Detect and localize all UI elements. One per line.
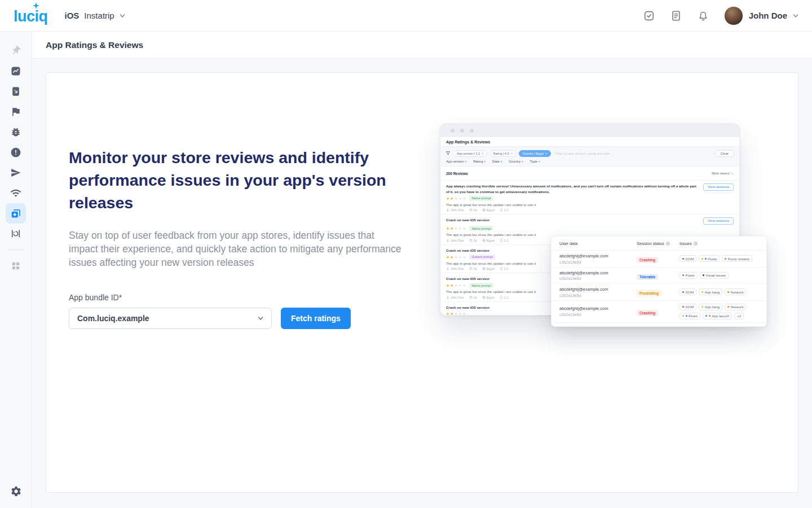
person-icon bbox=[446, 296, 449, 299]
issue-chip: App hang bbox=[699, 304, 722, 310]
meta-version: 1.1 bbox=[500, 296, 509, 299]
sidebar-divider bbox=[7, 249, 24, 250]
meta-country: Egypt bbox=[482, 239, 495, 242]
user-data-cell: abcdefghij@example.comc3b2a19e8d bbox=[559, 306, 637, 317]
phone-icon bbox=[500, 239, 503, 242]
sidebar-item-session-replay[interactable] bbox=[6, 224, 26, 244]
fetch-ratings-button[interactable]: Fetch ratings bbox=[281, 308, 351, 329]
issue-dot-icon bbox=[686, 315, 687, 317]
sidebar-item-push-messages[interactable] bbox=[6, 163, 26, 183]
phone-icon bbox=[500, 208, 503, 212]
chevron-down-icon bbox=[120, 13, 125, 19]
prompt-badge: Custom prompt bbox=[469, 255, 495, 260]
review-item: App always crashing Horrible service! Un… bbox=[440, 181, 739, 214]
sidebar-item-app-performance[interactable] bbox=[6, 183, 26, 203]
star-rating: ★★★★★ bbox=[446, 196, 466, 200]
issue-chip: Flows bbox=[679, 313, 700, 319]
sidebar-item-pinned[interactable] bbox=[6, 41, 26, 61]
info-icon: i bbox=[694, 242, 698, 246]
issue-chip: Network bbox=[725, 304, 746, 310]
sidebar-item-analytics[interactable] bbox=[6, 61, 26, 81]
tasks-button[interactable] bbox=[643, 10, 655, 22]
star-rating: ★★★★★ bbox=[446, 226, 466, 230]
bundle-form: Com.luciq.example Fetch ratings bbox=[69, 308, 414, 329]
table-header-row: User dataSession statusiIssuesi bbox=[551, 237, 766, 251]
issue-dot-icon bbox=[709, 315, 710, 317]
reviews-count: 200 Reviews bbox=[446, 172, 468, 176]
view-sessions-button: View sessions bbox=[703, 217, 734, 225]
session-status-cell: Satisfying bbox=[637, 326, 679, 327]
content-card: Monitor your store reviews and identify … bbox=[46, 72, 798, 493]
session-status-cell: Crashing bbox=[637, 306, 679, 317]
issue-chip: OOM bbox=[679, 304, 696, 310]
sidebar-item-settings[interactable] bbox=[6, 481, 26, 501]
sidebar-item-feature-flags[interactable] bbox=[6, 102, 26, 122]
globe-icon bbox=[482, 267, 486, 270]
mockup-filterbar: App version | 1.1×Rating | 4.0×Country |… bbox=[440, 147, 739, 167]
review-body: The app is great but since the update i … bbox=[446, 203, 734, 207]
issue-dot-icon bbox=[705, 315, 707, 317]
meta-age: 2d bbox=[469, 296, 477, 299]
table-row: abcdefghijabcdefghijabcdefghijabc...Sati… bbox=[551, 323, 766, 327]
gear-icon bbox=[10, 485, 22, 497]
changelog-button[interactable] bbox=[670, 10, 682, 22]
sidebar-item-crash-reports[interactable] bbox=[6, 142, 26, 163]
notifications-icon bbox=[697, 10, 709, 22]
user-menu[interactable]: John Doe bbox=[724, 6, 798, 25]
issue-dot-icon bbox=[682, 306, 684, 308]
sidebar-item-feedback[interactable] bbox=[6, 81, 26, 102]
issue-chip: Network bbox=[725, 288, 746, 295]
issue-dot-icon bbox=[682, 274, 684, 276]
meta-country: Egypt bbox=[482, 296, 495, 299]
table-row: abcdefghij@example.comc3b2a19e8dFrustrat… bbox=[551, 284, 766, 301]
luciq-logo[interactable]: luciq bbox=[14, 7, 48, 24]
globe-icon bbox=[482, 296, 486, 299]
bundle-id-select[interactable]: Com.luciq.example bbox=[69, 308, 272, 329]
issue-dot-icon bbox=[701, 258, 703, 260]
session-status-cell: Frustrating bbox=[637, 287, 679, 297]
filter-chip: Country | Egypt× bbox=[519, 150, 550, 157]
issues-cell: OOMApp hangNetwork bbox=[679, 288, 758, 295]
issue-dot-icon bbox=[701, 306, 703, 308]
chevron-down-icon: ▾ bbox=[501, 160, 502, 163]
issue-chip: App launch bbox=[703, 313, 732, 319]
column-header: Issuesi bbox=[679, 241, 758, 246]
page-title: App Ratings & Reviews bbox=[46, 40, 143, 50]
meta-age: 2d bbox=[469, 267, 477, 270]
issues-cell: OOMFlowsForce restarts bbox=[679, 255, 758, 262]
sidebar-item-bug-reports[interactable] bbox=[6, 122, 26, 142]
page-header: App Ratings & Reviews bbox=[32, 32, 812, 59]
view-sessions-button: View sessions bbox=[703, 183, 734, 191]
hero-section: Monitor your store reviews and identify … bbox=[69, 146, 414, 329]
content-area: App Ratings & Reviews Monitor your store… bbox=[32, 32, 812, 508]
sidebar-item-app-ratings[interactable] bbox=[6, 203, 26, 224]
app-switcher[interactable]: iOS Instatrip bbox=[65, 11, 125, 20]
star-rating: ★★★★★ bbox=[446, 312, 466, 315]
platform-label: iOS bbox=[65, 11, 80, 20]
chevron-down-icon: ▾ bbox=[465, 160, 467, 163]
review-meta: John Doe2dEgypt1.1 bbox=[446, 208, 734, 212]
meta-version: 1.1 bbox=[500, 239, 509, 242]
table-row: abcdefghij@example.comc3b2a19e8dCrashing… bbox=[551, 301, 766, 323]
top-navigation: luciq iOS Instatrip John Doe bbox=[0, 0, 812, 32]
user-data-cell: abcdefghij@example.comc3b2a19e8d bbox=[559, 287, 637, 297]
status-badge: Crashing bbox=[637, 257, 658, 263]
issues-cell: FlowsVisual issues bbox=[679, 272, 758, 279]
calendar-icon bbox=[469, 296, 473, 299]
chevron-down-icon: ▾ bbox=[484, 160, 486, 163]
filter-chip: App version | 1.1× bbox=[453, 150, 487, 157]
status-badge: Frustrating bbox=[637, 290, 661, 296]
app-name-label: Instatrip bbox=[84, 11, 114, 20]
sidebar-item-more-apps[interactable] bbox=[6, 256, 26, 276]
phone-icon bbox=[500, 267, 503, 270]
notifications-button[interactable] bbox=[697, 10, 709, 22]
app-root: luciq iOS Instatrip John Doe bbox=[0, 0, 812, 508]
meta-user: John Doe bbox=[446, 208, 464, 212]
table-row: abcdefghij@example.comc3b2a19e8dCrashing… bbox=[551, 251, 766, 268]
send-icon bbox=[10, 167, 21, 178]
column-header: User data bbox=[559, 241, 637, 246]
issue-dot-icon bbox=[701, 291, 703, 293]
issue-dot-icon bbox=[682, 291, 684, 293]
filter-chips: App version | 1.1×Rating | 4.0×Country |… bbox=[453, 150, 551, 157]
browser-chrome bbox=[440, 124, 739, 137]
